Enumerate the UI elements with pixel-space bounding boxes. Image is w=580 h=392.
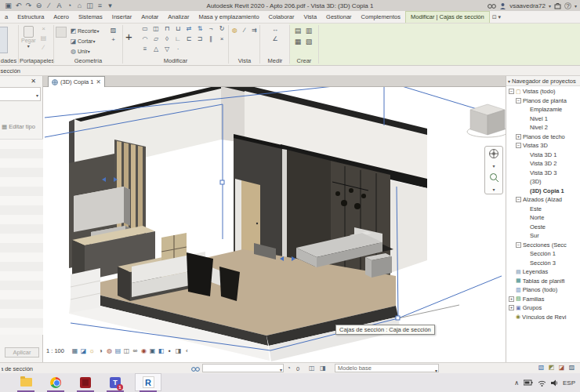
collapse-icon[interactable]: − xyxy=(516,197,521,202)
demolish-icon[interactable]: + xyxy=(108,36,118,45)
zoom-icon[interactable] xyxy=(489,172,499,183)
constraints-icon[interactable]: ◨ xyxy=(174,347,183,354)
trim-corner-icon[interactable]: ∟ xyxy=(172,35,183,45)
thin-lines-icon[interactable]: ≡ xyxy=(95,2,105,9)
reveal-hidden-icon[interactable]: ◉ xyxy=(140,347,148,354)
tree-item-vista-3d-1[interactable]: Vista 3D 1 xyxy=(506,151,580,160)
wall-opening-icon[interactable]: ▨ xyxy=(108,27,118,36)
crop-view-icon[interactable]: ▤ xyxy=(114,347,122,354)
trim-multiple-icon[interactable]: ⊐ xyxy=(194,35,205,45)
ribbon-tab-sistemas[interactable]: Sistemas xyxy=(74,12,107,23)
help-icon[interactable]: ? xyxy=(564,2,571,9)
ribbon-tab-modificar-cajas-de-secci-n[interactable]: Modificar | Cajas de sección xyxy=(405,11,490,23)
model-viewport[interactable]: ▾ ▾ Cajas de sección : Caja de sección 1… xyxy=(43,87,506,362)
design-options-icon[interactable]: ◫ xyxy=(309,365,315,372)
collapse-icon[interactable]: − xyxy=(516,98,521,103)
move-icon[interactable]: + xyxy=(125,30,132,43)
language-indicator[interactable]: ESP xyxy=(563,379,575,387)
cut-button[interactable]: ◪Cortar▾ xyxy=(69,36,100,46)
tree-item-secci-n-1[interactable]: Sección 1 xyxy=(506,249,580,259)
dot-icon[interactable]: · xyxy=(172,45,183,56)
ribbon-tab-gestionar[interactable]: Gestionar xyxy=(321,12,357,23)
tree-item-familias[interactable]: +▧Familias xyxy=(506,295,580,304)
analytical-model-icon[interactable]: ▪ xyxy=(165,347,174,354)
collapse-view-bar-icon[interactable]: ‹ xyxy=(183,347,191,354)
ribbon-tab-analizar[interactable]: Analizar xyxy=(163,12,194,23)
view-tab-3d-copia-1[interactable]: (3D) Copia 1 ✕ xyxy=(48,76,105,87)
collapse-icon[interactable]: − xyxy=(509,89,514,94)
tree-item-sur[interactable]: Sur xyxy=(506,231,580,241)
tree-item-3d-copia-1[interactable]: (3D) Copia 1 xyxy=(506,187,580,196)
tree-item-vista-3d-2[interactable]: Vista 3D 2 xyxy=(506,159,580,169)
chrome-icon[interactable] xyxy=(45,375,66,390)
paint-icon[interactable] xyxy=(56,27,67,38)
ribbon-tab-a[interactable]: a xyxy=(0,12,13,23)
ribbon-tab-vista[interactable]: Vista xyxy=(299,12,322,23)
worksets-combobox[interactable]: ▾ xyxy=(202,364,284,372)
worksets-icon[interactable] xyxy=(191,365,200,372)
expand-icon[interactable]: + xyxy=(509,296,514,302)
tree-item-leyendas[interactable]: ▤Leyendas xyxy=(506,267,580,277)
select-underlay-icon[interactable]: ◩ xyxy=(546,364,556,371)
pin-icon[interactable]: ≡ xyxy=(140,45,150,56)
spin-icon[interactable]: ↻ xyxy=(216,25,227,35)
join-button[interactable]: ◍Unir▾ xyxy=(69,46,100,56)
split-icon[interactable]: ∥ xyxy=(205,35,216,45)
view-tab-close-icon[interactable]: ✕ xyxy=(96,78,101,85)
create-parts-icon[interactable]: ▦ xyxy=(292,38,303,49)
linework-icon[interactable]: ∕ xyxy=(240,27,250,36)
edit-type-button[interactable]: ▦ Editar tipo xyxy=(2,123,35,130)
ribbon-tab-estructura[interactable]: Estructura xyxy=(13,12,49,23)
measure-between-icon[interactable]: ↔ xyxy=(270,26,281,35)
expand-icon[interactable]: + xyxy=(516,134,521,140)
properties-button-icon[interactable] xyxy=(0,27,8,53)
mirror-axis-icon[interactable]: ⊓ xyxy=(161,25,172,35)
tree-item-secciones-secc[interactable]: −Secciones (Secc xyxy=(506,241,580,250)
tree-item-planos-de-planta[interactable]: −Planos de planta xyxy=(506,96,580,106)
cut-icon[interactable]: × xyxy=(38,25,49,34)
help-menu-caret-icon[interactable]: ▾ xyxy=(575,3,577,9)
collapse-icon[interactable]: − xyxy=(516,143,521,148)
tree-item-tablas-de-planifi[interactable]: ▦Tablas de planifi xyxy=(506,277,580,286)
main-model-icon[interactable]: ◨ xyxy=(320,365,326,372)
paste-button[interactable]: Pegar ▾ xyxy=(21,24,36,49)
app-store-icon[interactable] xyxy=(554,2,561,9)
file-explorer-icon[interactable] xyxy=(16,375,36,390)
align-icon[interactable]: ▭ xyxy=(140,25,150,35)
tree-item-secci-n-3[interactable]: Sección 3 xyxy=(506,259,580,268)
detail-level-icon[interactable]: ▦ xyxy=(71,347,79,354)
shadows-icon[interactable]: ◑ xyxy=(96,347,105,354)
tree-item-v-nculos-de-revi[interactable]: ◉Vínculos de Revi xyxy=(506,313,580,322)
create-assembly-icon[interactable]: ▥ xyxy=(303,27,314,38)
expand-icon[interactable]: + xyxy=(509,305,514,310)
teams-icon[interactable]: T1 xyxy=(105,375,125,390)
collapse-icon[interactable]: − xyxy=(516,242,521,248)
lightbulb-icon[interactable]: ◍ xyxy=(230,27,240,36)
wifi-icon[interactable] xyxy=(538,379,546,387)
design-options-combobox[interactable]: Modelo base▾ xyxy=(335,364,439,372)
unpin-icon[interactable]: △ xyxy=(150,45,161,56)
mirror-pick-icon[interactable]: ⊔ xyxy=(172,25,183,35)
visual-style-icon[interactable]: ◪ xyxy=(79,347,88,354)
tree-item-vistas-todo[interactable]: −▢Vistas (todo) xyxy=(506,87,580,96)
user-menu-caret-icon[interactable]: ▾ xyxy=(549,3,551,9)
customize-qat-icon[interactable]: ▾ xyxy=(105,2,115,9)
hidden-icons-chevron-icon[interactable]: ∧ xyxy=(514,379,519,387)
measure-angle-icon[interactable]: ∠ xyxy=(270,35,281,45)
select-by-face-icon[interactable]: ▨ xyxy=(567,364,577,371)
sun-path-icon[interactable]: ☼ xyxy=(88,347,96,354)
tree-item-nivel-1[interactable]: Nivel 1 xyxy=(506,114,580,124)
properties-close-icon[interactable]: ✕ xyxy=(31,78,36,85)
signed-in-user[interactable]: vsaavedra72 xyxy=(509,2,546,9)
steering-wheel-icon[interactable] xyxy=(488,148,499,159)
ribbon-tab-masa-y-emplazamiento[interactable]: Masa y emplazamiento xyxy=(194,12,263,23)
tag-icon[interactable]: ◔ xyxy=(64,2,74,9)
print-icon[interactable]: ⊖ xyxy=(34,2,44,9)
rotate-icon[interactable]: ¬ xyxy=(205,25,216,35)
render-icon[interactable]: ◍ xyxy=(105,347,114,354)
group-icon[interactable]: ▽ xyxy=(161,45,172,56)
default-3d-view-icon[interactable]: ⌂ xyxy=(74,2,85,9)
worksharing-display-icon[interactable]: ▣ xyxy=(148,347,157,354)
text-icon[interactable]: A xyxy=(54,2,64,9)
select-pinned-icon[interactable]: ◪ xyxy=(556,364,567,371)
